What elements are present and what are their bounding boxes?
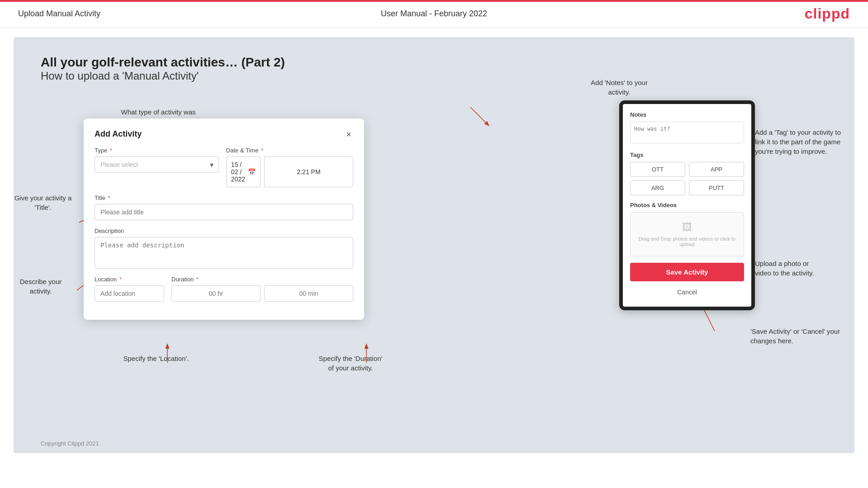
tags-section-label: Tags [630,152,744,158]
photos-section-label: Photos & Videos [630,202,744,208]
tag-app[interactable]: APP [689,162,744,177]
add-activity-dialog: Add Activity × Type * Please select Date… [84,118,364,320]
callout-tags: Add a 'Tag' to your activity to link it … [755,128,845,156]
calendar-icon: 📅 [248,168,256,175]
notes-textarea[interactable] [630,122,744,143]
callout-give-title-text: Give your activity a'Title'. [14,194,72,211]
main-heading-line1: All your golf-relevant activities… (Part… [41,55,827,70]
heading-area: All your golf-relevant activities… (Part… [41,55,827,82]
tag-putt[interactable]: PUTT [689,180,744,195]
top-accent [0,0,868,2]
callout-description-text: Describe youractivity. [20,278,62,295]
tags-grid: OTT APP ARG PUTT [630,162,744,195]
dialog-close-button[interactable]: × [344,130,353,139]
title-required: * [108,194,110,201]
form-group-duration: Duration * [171,276,353,302]
photo-upload-icon: 🖼 [635,222,739,233]
duration-hours-input[interactable] [171,285,261,302]
title-label: Title * [95,194,353,201]
page-subtitle: User Manual - February 2022 [381,9,487,19]
svg-line-7 [470,107,489,125]
location-label: Location * [95,276,164,283]
duration-required: * [196,276,199,283]
form-row-location-duration: Location * Duration * [95,276,353,302]
date-value: 15 / 02 / 2022 [231,161,245,183]
callout-location-text: Specify the 'Location'. [123,355,189,362]
form-group-datetime: Date & Time * 15 / 02 / 2022 📅 [226,147,353,187]
form-group-type: Type * Please select [95,147,219,187]
duration-group [171,285,353,302]
type-select-wrapper: Please select [95,156,219,173]
form-group-location: Location * [95,276,164,302]
dialog-title: Add Activity [95,129,142,139]
callout-save-text: 'Save Activity' or 'Cancel' your changes… [750,327,840,345]
time-input[interactable] [264,156,353,187]
datetime-required: * [261,147,263,154]
form-group-title: Title * [95,194,353,220]
cancel-button[interactable]: Cancel [630,285,744,299]
date-input[interactable]: 15 / 02 / 2022 📅 [226,156,261,187]
main-heading-line2: How to upload a 'Manual Activity' [41,70,827,82]
form-row-title: Title * [95,194,353,220]
top-bar: Upload Manual Activity User Manual - Feb… [0,0,868,28]
callout-upload: Upload a photo orvideo to the activity. [755,259,845,278]
tag-arg[interactable]: ARG [630,180,685,195]
type-select[interactable]: Please select [95,156,219,173]
page-title: Upload Manual Activity [18,9,100,19]
logo: clippd [805,5,850,22]
phone-content: Notes Tags OTT APP ARG PUTT Photos & Vid… [623,104,751,307]
dialog-header: Add Activity × [95,129,353,139]
callout-duration-text: Specify the 'Duration'of your activity. [319,355,383,372]
callout-notes: Add 'Notes' to youractivity. [574,78,664,97]
callout-description: Describe youractivity. [14,277,68,296]
tag-ott[interactable]: OTT [630,162,685,177]
footer-copyright: Copyright Clippd 2021 [41,440,99,447]
location-input[interactable] [95,285,164,302]
callout-tags-text: Add a 'Tag' to your activity to link it … [755,128,841,155]
callout-location: Specify the 'Location'. [115,354,197,363]
description-textarea[interactable] [95,237,353,269]
date-time-group: 15 / 02 / 2022 📅 [226,156,353,187]
form-row-description: Description [95,227,353,269]
title-input[interactable] [95,204,353,220]
callout-duration: Specify the 'Duration'of your activity. [301,354,400,373]
save-activity-button[interactable]: Save Activity [630,263,744,281]
callout-give-title: Give your activity a'Title'. [14,193,72,212]
datetime-label: Date & Time * [226,147,353,154]
form-row-type-datetime: Type * Please select Date & Time * 15 / … [95,147,353,187]
type-required: * [110,147,112,154]
location-required: * [119,276,122,283]
phone-panel: Notes Tags OTT APP ARG PUTT Photos & Vid… [619,100,755,310]
type-label: Type * [95,147,219,154]
callout-notes-text: Add 'Notes' to youractivity. [591,79,648,96]
callout-upload-text: Upload a photo orvideo to the activity. [755,260,814,277]
photos-upload-text: Drag and Drop photos and videos or click… [639,236,735,247]
notes-section-label: Notes [630,111,744,118]
description-label: Description [95,227,353,234]
duration-minutes-input[interactable] [264,285,353,302]
main-content: All your golf-relevant activities… (Part… [14,37,854,453]
callout-save: 'Save Activity' or 'Cancel' your changes… [750,327,845,346]
photos-upload-area[interactable]: 🖼 Drag and Drop photos and videos or cli… [630,212,744,256]
duration-label: Duration * [171,276,353,283]
form-group-description: Description [95,227,353,269]
